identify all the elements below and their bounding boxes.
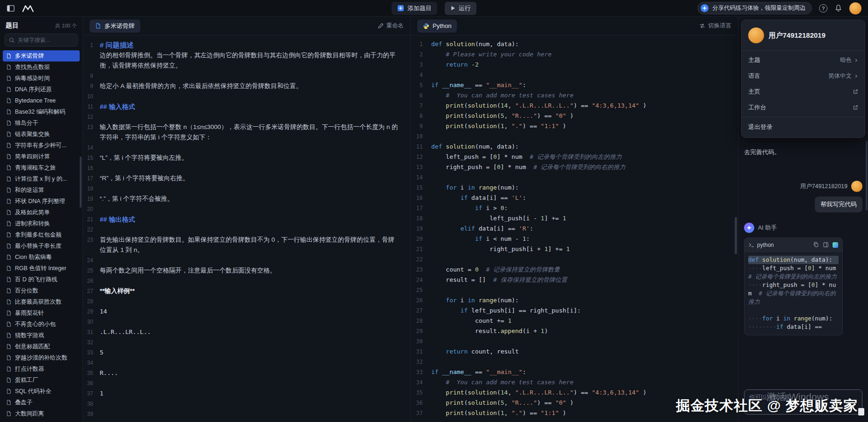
sidebar-problem-item[interactable]: 简单四则计算	[3, 151, 80, 162]
sidebar-problem-item[interactable]: 查找热点数据	[3, 61, 80, 73]
sidebar-problem-item[interactable]: DNA 序列还原	[3, 84, 80, 95]
sidebar-problem-item[interactable]: 和的逆运算	[3, 184, 80, 196]
search-input[interactable]	[18, 37, 74, 43]
sidebar-problem-item[interactable]: 字符串有多少种可...	[3, 140, 80, 151]
sidebar-problem-item[interactable]: 计算位置 x 到 y 的...	[3, 173, 80, 184]
sidebar-problem-item[interactable]: 创意标题匹配	[3, 341, 80, 352]
search-box[interactable]	[5, 34, 78, 47]
insert-code-icon[interactable]	[823, 242, 829, 248]
sidebar-problem-item[interactable]: 不再贪心的小包	[3, 319, 80, 330]
apply-code-icon[interactable]	[833, 242, 838, 248]
sidebar-problem-item[interactable]: 蛋糕工厂	[3, 374, 80, 386]
sidebar-problem-item[interactable]: RGB 色值转 Integer	[3, 263, 80, 274]
sidebar-problem-item[interactable]: 大数间距离	[3, 408, 80, 419]
code-line[interactable]: 32	[411, 357, 738, 367]
sidebar-problem-item[interactable]: 猫岛分干	[3, 117, 80, 129]
code-line[interactable]: 13 right_push = [0] * num # 记录每个骨牌受到的向右的…	[411, 162, 738, 172]
code-line[interactable]: 33if __name__ == "__main__":	[411, 367, 738, 377]
menu-item-logout[interactable]: 退出登录	[742, 119, 865, 136]
sidebar-problem-item[interactable]: 拿到最多红包金额	[3, 229, 80, 240]
sidebar-problem-item[interactable]: 青海湖租车之旅	[3, 162, 80, 173]
code-line[interactable]: 23 count = 0 # 记录保持竖立的骨牌数量	[411, 265, 738, 275]
sidebar-problem-item[interactable]: 叠盘子	[3, 397, 80, 408]
sidebar-problem-item[interactable]: 穿越沙漠的补给次数	[3, 352, 80, 363]
sidebar-problem-item[interactable]: 暴雨梨花针	[3, 307, 80, 319]
sidebar-problem-item[interactable]: 及格如此简单	[3, 207, 80, 218]
code-line[interactable]: 20 if i < num - 1:	[411, 234, 738, 244]
topbar-right: 分享代码练习体验，领限量定制周边 ?	[697, 2, 861, 14]
editor-scrollbar[interactable]	[735, 217, 737, 254]
code-line[interactable]: 15 for i in range(num):	[411, 183, 738, 193]
sidebar-problem-item[interactable]: 百 D 的飞行路线	[3, 274, 80, 285]
sidebar-problem-item[interactable]: 猜数字游戏	[3, 330, 80, 341]
code-line[interactable]: 27 if left_push[i] == right_push[i]:	[411, 306, 738, 316]
code-line[interactable]: 7 print(solution(14, ".L.R...LR..L..") =…	[411, 101, 738, 111]
switch-language-button[interactable]: 切换语言	[699, 22, 731, 30]
notifications-bell-icon[interactable]	[834, 4, 842, 12]
code-line[interactable]: 30	[411, 336, 738, 347]
sidebar-toggle-icon[interactable]	[7, 4, 15, 13]
menu-item-theme[interactable]: 主题 暗色	[742, 52, 865, 68]
menu-item-workspace[interactable]: 工作台	[742, 100, 865, 116]
sidebar-problem-item[interactable]: Bytedance Tree	[3, 95, 80, 106]
ai-assistant-label: AI 助手	[758, 224, 777, 232]
code-line[interactable]: 10	[411, 131, 738, 142]
menu-item-home[interactable]: 主页	[742, 84, 865, 100]
sidebar-problem-item[interactable]: 多米诺骨牌	[3, 50, 80, 61]
code-line[interactable]: 17 if i > 0:	[411, 203, 738, 213]
sidebar-problem-item[interactable]: SQL 代码补全	[3, 386, 80, 397]
code-line[interactable]: 18 left_push[i - 1] += 1	[411, 213, 738, 224]
code-line[interactable]: 34 # You can add more test cases here	[411, 377, 738, 388]
code-line[interactable]: 3 return -2	[411, 60, 738, 70]
copy-icon[interactable]	[813, 242, 819, 248]
sidebar-problem-item[interactable]: 链表聚集交换	[3, 129, 80, 140]
problem-tab[interactable]: 多米诺骨牌	[90, 20, 140, 33]
help-icon[interactable]: ?	[819, 4, 827, 13]
code-line[interactable]: 25	[411, 285, 738, 295]
sidebar-problem-item[interactable]: Cion 勒索病毒	[3, 252, 80, 263]
sidebar-problem-item[interactable]: 百分位数	[3, 285, 80, 296]
chat-input[interactable]	[744, 389, 862, 415]
language-tab[interactable]: Python	[417, 20, 457, 33]
promo-banner-button[interactable]: 分享代码练习体验，领限量定制周边	[697, 2, 812, 14]
code-line[interactable]: 36 print(solution(5, "R....") == "0" )	[411, 398, 738, 408]
sidebar-problem-item[interactable]: 打点计数器	[3, 363, 80, 374]
code-line[interactable]: 9 print(solution(1, ".") == "1:1" )	[411, 121, 738, 131]
user-avatar[interactable]	[849, 2, 861, 14]
code-editor-content[interactable]: 1def solution(num, data):2 # Please writ…	[411, 35, 738, 422]
menu-item-language[interactable]: 语言 简体中文	[742, 68, 865, 84]
sidebar-problem-item[interactable]: 进制求和转换	[3, 218, 80, 229]
code-line[interactable]: 5if __name__ == "__main__":	[411, 80, 738, 90]
code-line[interactable]: 14	[411, 172, 738, 183]
sidebar-problem-item[interactable]: 病毒感染时间	[3, 73, 80, 84]
code-line[interactable]: 21 right_push[i + 1] += 1	[411, 244, 738, 254]
code-line[interactable]: 29 result.append(i + 1)	[411, 326, 738, 336]
code-line[interactable]: 31 return count, result	[411, 347, 738, 357]
chat-scrollbar[interactable]	[866, 141, 868, 211]
code-line[interactable]: 22	[411, 254, 738, 265]
sidebar-problem-item[interactable]: 最小替换子串长度	[3, 240, 80, 252]
code-line[interactable]: 1def solution(num, data):	[411, 39, 738, 49]
app-logo-icon[interactable]	[22, 5, 34, 12]
code-line[interactable]: 24 result = [] # 保存保持竖立的骨牌位置	[411, 275, 738, 285]
code-line[interactable]: 35 print(solution(14, ".L.R...LR..L..") …	[411, 388, 738, 398]
code-line[interactable]: 6 # You can add more test cases here	[411, 90, 738, 101]
code-line[interactable]: 11def solution(num, data):	[411, 142, 738, 152]
add-problem-button[interactable]: 添加题目	[392, 2, 437, 15]
code-line[interactable]: 26 for i in range(num):	[411, 295, 738, 306]
code-line[interactable]: 12 left_push = [0] * num # 记录每个骨牌受到的向左的推…	[411, 152, 738, 162]
code-line[interactable]: 19 elif data[i] == 'R':	[411, 224, 738, 234]
sidebar-scrollbar[interactable]	[80, 157, 82, 208]
code-line[interactable]: 4	[411, 70, 738, 80]
rename-button[interactable]: 重命名	[378, 22, 404, 30]
code-line[interactable]: 16 if data[i] == 'L':	[411, 193, 738, 203]
sidebar-problem-item[interactable]: 比赛最高获胜次数	[3, 296, 80, 307]
problem-line: 34	[83, 358, 410, 368]
code-line[interactable]: 37 print(solution(1, ".") == "1:1" )	[411, 408, 738, 418]
sidebar-problem-item[interactable]: Base32 编码和解码	[3, 106, 80, 117]
code-line[interactable]: 8 print(solution(5, "R....") == "0" )	[411, 111, 738, 121]
code-line[interactable]: 2 # Please write your code here	[411, 49, 738, 60]
sidebar-problem-item[interactable]: 环状 DNA 序列整理	[3, 196, 80, 207]
run-button[interactable]: 运行	[445, 2, 476, 15]
code-line[interactable]: 28 count += 1	[411, 316, 738, 326]
